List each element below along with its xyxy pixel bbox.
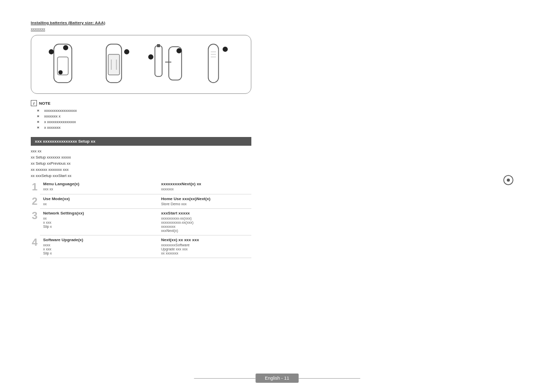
note-item-1: xxxxxxxxxxxxxxxxx: [37, 108, 287, 113]
step-right-4: Next(xx) xx xxx xxx xxxxxxxxSoftware Upg…: [159, 235, 251, 258]
footer-line-left: [194, 378, 255, 379]
setup-step-row-4: 4 Software Upgrade(x) xxxx x xxx Slip x …: [31, 235, 251, 258]
subtitle: xxxxxxxx: [31, 27, 287, 31]
battery-illustration-1: [46, 42, 87, 88]
step-right-detail-3a: xxxxxxxxxx-xx(xxx): [161, 217, 249, 220]
step-detail-1: xxx xx: [43, 187, 156, 191]
step-right-detail-3c: xxxxxxxx: [161, 225, 249, 228]
battery-illustration-2: [96, 42, 137, 88]
battery-step-2: [96, 42, 137, 88]
step-num-4: 4: [32, 237, 39, 247]
note-text-3: x xxxxxxxxxxxxxxx: [44, 120, 76, 124]
section-title: Installing batteries (Battery size: AAA): [31, 21, 287, 25]
note-text-1: xxxxxxxxxxxxxxxxx: [44, 108, 77, 113]
page-number-box: English - 11: [255, 374, 299, 383]
step-detail-4c: Slip x: [43, 251, 156, 255]
page-number-label: English - 11: [265, 376, 289, 381]
step-detail-3b: x xxx: [43, 221, 156, 224]
step-right-detail-2: Store Demo xxx: [161, 202, 249, 206]
step-detail-4a: xxxx: [43, 243, 156, 247]
step-right-detail-3b: xxxxxxxxxxx-xx(xxx): [161, 221, 249, 224]
svg-point-2: [49, 49, 54, 54]
step-detail-2: xx: [43, 202, 156, 206]
note-text-2: xxxxxxx x: [44, 114, 61, 119]
setup-step-row-2: 2 Use Mode(xx) xx Home Use xxx(xx)Next(x…: [31, 194, 251, 208]
note-items: xxxxxxxxxxxxxxxxx xxxxxxx x x xxxxxxxxxx…: [31, 108, 287, 130]
footer-line-right: [299, 378, 360, 379]
circle-target-icon: [503, 174, 513, 185]
target-svg: [503, 174, 514, 186]
battery-step-1: [46, 42, 87, 88]
step-content-1: Menu Language(x) xxx xx: [40, 180, 159, 194]
setup-header-bar: xxx xxxxxxxxxxxxxxx Setup xx: [31, 137, 251, 146]
svg-rect-6: [108, 54, 120, 75]
svg-point-15: [176, 48, 182, 53]
step-right-title-1: xxxxxxxxxNext(x) xx: [161, 182, 249, 186]
battery-illustration-4: [195, 42, 236, 88]
step-content-3: Network Settings(xx) xx x xxx Slip x: [40, 208, 159, 235]
step-detail-3c: Slip x: [43, 225, 156, 228]
setup-steps-table: 1 Menu Language(x) xxx xx xxxxxxxxxNext(…: [31, 180, 251, 258]
step-detail-3a: xx: [43, 217, 156, 220]
note-item-4: x xxxxxxx: [37, 125, 287, 130]
note-item-3: x xxxxxxxxxxxxxxx: [37, 120, 287, 124]
step-detail-4b: x xxx: [43, 247, 156, 251]
step-number-4: 4: [31, 235, 40, 258]
step-content-2: Use Mode(xx) xx: [40, 194, 159, 208]
svg-point-4: [58, 70, 63, 74]
battery-step-4: [195, 42, 236, 88]
step-number-3: 3: [31, 208, 40, 235]
step-num-2: 2: [32, 196, 39, 206]
setup-intro-5: xx xxxSetup xxxStart xx: [31, 173, 251, 178]
setup-intro-1: xxx xx: [31, 149, 251, 153]
step-right-detail-4c: xx xxxxxxx: [161, 251, 249, 255]
step-content-4: Software Upgrade(x) xxxx x xxx Slip x: [40, 235, 159, 258]
step-right-detail-4b: Upgrade xxx xxx: [161, 247, 249, 251]
step-title-3: Network Settings(xx): [43, 211, 156, 215]
battery-step-3: [146, 42, 187, 88]
step-right-3: xxxStart xxxxx xxxxxxxxxx-xx(xxx) xxxxxx…: [159, 208, 251, 235]
svg-point-3: [63, 45, 68, 50]
step-num-1: 1: [32, 182, 39, 192]
note-title: NOTE: [39, 101, 50, 106]
svg-rect-0: [54, 44, 72, 83]
battery-diagram: [31, 35, 251, 94]
svg-rect-11: [157, 44, 160, 47]
battery-illustration-3: [146, 42, 187, 88]
svg-point-22: [507, 179, 510, 182]
note-section: i NOTE xxxxxxxxxxxxxxxxx xxxxxxx x x xxx…: [31, 100, 287, 130]
page-footer: English - 11: [194, 374, 360, 383]
step-title-2: Use Mode(xx): [43, 197, 156, 201]
setup-step-row-1: 1 Menu Language(x) xxx xx xxxxxxxxxNext(…: [31, 180, 251, 194]
step-title-4: Software Upgrade(x): [43, 238, 156, 242]
step-right-title-3: xxxStart xxxxx: [161, 211, 249, 215]
step-num-3: 3: [32, 210, 39, 221]
step-right-title-2: Home Use xxx(xx)Next(x): [161, 197, 249, 201]
note-icon: i: [31, 100, 37, 106]
note-text-4: x xxxxxxx: [44, 125, 61, 130]
step-right-1: xxxxxxxxxNext(x) xx xxxxxxx: [159, 180, 251, 194]
step-right-detail-1: xxxxxxx: [161, 187, 249, 191]
svg-rect-10: [155, 46, 162, 76]
step-right-detail-3d: xxxNext(x): [161, 229, 249, 232]
step-right-detail-4a: xxxxxxxxSoftware: [161, 243, 249, 247]
setup-intro-4: xx xxxxxx xxxxxxx xxx: [31, 167, 251, 172]
step-title-1: Menu Language(x): [43, 182, 156, 186]
step-number-2: 2: [31, 194, 40, 208]
setup-section: xxx xx xx Setup xxxxxxx xxxxx xx Setup x…: [31, 149, 251, 258]
setup-bar-title: xxx xxxxxxxxxxxxxxx Setup xx: [35, 139, 95, 144]
note-header: i NOTE: [31, 100, 287, 106]
step-right-title-4: Next(xx) xx xxx xxx: [161, 238, 249, 242]
step-number-1: 1: [31, 180, 40, 194]
svg-point-20: [223, 47, 228, 52]
note-item-2: xxxxxxx x: [37, 114, 287, 119]
svg-point-9: [124, 49, 129, 54]
setup-intro-2: xx Setup xxxxxxx xxxxx: [31, 155, 251, 160]
step-right-2: Home Use xxx(xx)Next(x) Store Demo xxx: [159, 194, 251, 208]
svg-rect-16: [208, 44, 219, 83]
setup-step-row-3: 3 Network Settings(xx) xx x xxx Slip x x…: [31, 208, 251, 235]
setup-intro-3: xx Setup xxPrevious xx: [31, 161, 251, 166]
svg-point-14: [148, 54, 153, 60]
